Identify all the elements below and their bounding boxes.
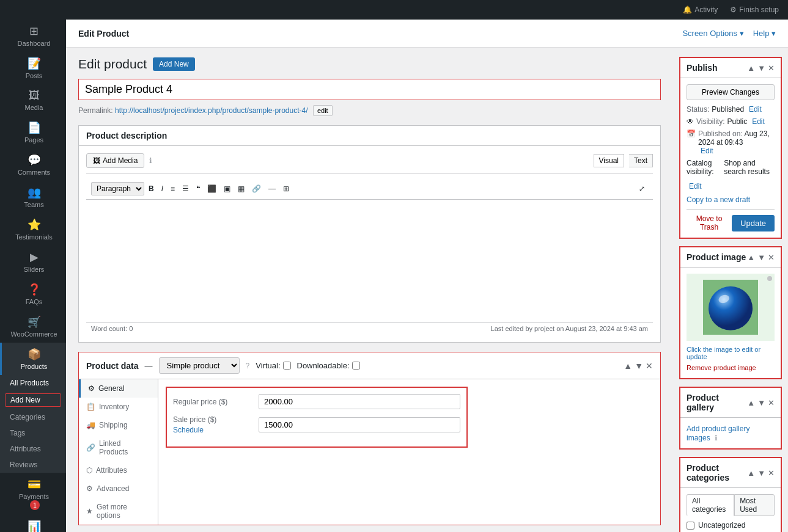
collapse-down-icon[interactable]: ▼ — [635, 361, 643, 371]
update-button[interactable]: Update — [732, 215, 775, 231]
regular-price-input[interactable] — [259, 394, 460, 409]
status-label: Status: — [687, 105, 709, 114]
preview-changes-button[interactable]: Preview Changes — [687, 84, 775, 100]
link-button[interactable]: 🔗 — [249, 183, 264, 195]
product-data-metabox: Product data — Simple product Variable p… — [78, 352, 661, 525]
virtual-checkbox[interactable] — [283, 362, 291, 370]
cat-up-icon[interactable]: ▲ — [747, 468, 755, 478]
sidebar-item-sliders[interactable]: ▶ Sliders — [0, 246, 66, 278]
add-gallery-images-link[interactable]: Add product gallery images — [687, 425, 749, 442]
product-image[interactable] — [687, 274, 775, 341]
tab-shipping[interactable]: 🚚 Shipping — [79, 416, 158, 434]
sidebar-subitem-reviews[interactable]: Reviews — [0, 457, 66, 473]
add-media-icon: 🖼 — [93, 156, 100, 165]
permalink-url[interactable]: http://localhost/project/index.php/produ… — [115, 106, 308, 115]
product-image-metabox: Product image ▲ ▼ ✕ — [679, 246, 782, 379]
bold-button[interactable]: B — [145, 183, 157, 195]
copy-draft-button[interactable]: Copy to a new draft — [687, 195, 750, 204]
sliders-icon: ▶ — [30, 250, 39, 264]
cat-down-icon[interactable]: ▼ — [757, 468, 765, 478]
screen-options-button[interactable]: Screen Options — [682, 29, 743, 38]
sidebar-item-teams[interactable]: 👥 Teams — [0, 181, 66, 213]
sidebar-item-analytics[interactable]: 📊 Analytics — [0, 515, 66, 532]
sale-price-input[interactable] — [259, 417, 460, 432]
sidebar-subitem-categories[interactable]: Categories — [0, 409, 66, 425]
sidebar-subitem-all-products[interactable]: All Products — [0, 375, 66, 391]
tab-inventory[interactable]: 📋 Inventory — [79, 398, 158, 416]
close-metabox-icon[interactable]: ✕ — [646, 361, 653, 371]
tab-linked-products[interactable]: 🔗 Linked Products — [79, 434, 158, 461]
align-center-button[interactable]: ▣ — [221, 183, 234, 195]
collapse-up-icon[interactable]: ▲ — [624, 361, 632, 371]
edit-visibility-link[interactable]: Edit — [752, 117, 765, 126]
downloadable-checkbox[interactable] — [352, 362, 360, 370]
img-close-icon[interactable]: ✕ — [768, 253, 775, 262]
sidebar-item-woocommerce[interactable]: 🛒 WooCommerce — [0, 310, 66, 343]
most-used-tab[interactable]: Most Used — [734, 494, 775, 516]
sidebar-item-pages[interactable]: 📄 Pages — [0, 116, 66, 148]
sidebar-item-dashboard[interactable]: ⊞ Dashboard — [0, 20, 66, 52]
edit-catalog-link[interactable]: Edit — [689, 182, 702, 191]
activity-button[interactable]: 🔔 Activity — [683, 5, 718, 14]
add-new-button[interactable]: Add New — [153, 57, 195, 71]
sidebar-subitem-add-new[interactable]: Add New — [5, 393, 61, 407]
align-right-button[interactable]: ▦ — [235, 183, 248, 195]
tab-get-more[interactable]: ★ Get more options — [79, 498, 158, 525]
fullscreen-button[interactable]: ⤢ — [636, 183, 648, 195]
posts-icon: 📝 — [28, 57, 41, 70]
img-down-icon[interactable]: ▼ — [757, 253, 765, 262]
edit-status-link[interactable]: Edit — [749, 105, 762, 114]
product-type-select[interactable]: Simple product Variable product — [159, 357, 240, 374]
visual-tab-button[interactable]: Visual — [594, 154, 624, 167]
publish-close-icon[interactable]: ✕ — [768, 64, 775, 73]
add-media-button[interactable]: 🖼 Add Media — [86, 153, 144, 168]
product-description-header[interactable]: Product description — [79, 126, 660, 146]
blockquote-button[interactable]: ❝ — [193, 183, 203, 195]
product-image-container[interactable] — [687, 274, 775, 341]
horizontal-rule-button[interactable]: — — [265, 183, 279, 195]
sidebar-item-testimonials[interactable]: ⭐ Testimonials — [0, 213, 66, 246]
page-title: Edit product — [78, 57, 147, 71]
product-title-input[interactable] — [78, 79, 661, 100]
cat-close-icon[interactable]: ✕ — [768, 468, 775, 478]
gallery-close-icon[interactable]: ✕ — [768, 398, 775, 407]
regular-price-row: Regular price ($) — [173, 394, 460, 409]
edit-date-link[interactable]: Edit — [701, 147, 713, 155]
cat-checkbox-uncategorized[interactable] — [687, 522, 694, 530]
sidebar-item-comments[interactable]: 💬 Comments — [0, 148, 66, 181]
sidebar-item-products[interactable]: 📦 Products — [0, 343, 66, 375]
sidebar-item-posts[interactable]: 📝 Posts — [0, 52, 66, 84]
align-left-button[interactable]: ⬛ — [204, 183, 219, 195]
paragraph-select[interactable]: Paragraph — [91, 182, 144, 195]
sidebar-item-media[interactable]: 🖼 Media — [0, 84, 66, 116]
tab-advanced[interactable]: ⚙ Advanced — [79, 479, 158, 498]
publish-up-icon[interactable]: ▲ — [747, 64, 755, 73]
img-up-icon[interactable]: ▲ — [747, 253, 755, 262]
tab-attributes[interactable]: ⬡ Attributes — [79, 461, 158, 479]
description-editor[interactable] — [86, 200, 653, 322]
all-categories-tab[interactable]: All categories — [687, 494, 734, 516]
publish-down-icon[interactable]: ▼ — [757, 64, 765, 73]
ol-button[interactable]: ☰ — [179, 183, 192, 195]
last-edited: Last edited by project on August 23, 202… — [491, 325, 648, 332]
sidebar-subitem-tags[interactable]: Tags — [0, 425, 66, 441]
schedule-link[interactable]: Schedule — [173, 426, 259, 434]
gallery-down-icon[interactable]: ▼ — [757, 398, 765, 407]
finish-setup-button[interactable]: ⚙ Finish setup — [730, 5, 779, 14]
gallery-up-icon[interactable]: ▲ — [747, 398, 755, 407]
ul-button[interactable]: ≡ — [168, 183, 178, 195]
italic-button[interactable]: I — [158, 183, 166, 195]
remove-product-image-button[interactable]: Remove product image — [687, 364, 756, 371]
payments-icon: 💳 — [28, 478, 41, 491]
click-to-edit-text[interactable]: Click the image to edit or update — [687, 346, 775, 360]
help-button[interactable]: Help — [753, 29, 776, 38]
table-button[interactable]: ⊞ — [280, 183, 292, 195]
sidebar-subitem-attributes[interactable]: Attributes — [0, 441, 66, 457]
sidebar-item-faqs[interactable]: ❓ FAQs — [0, 278, 66, 310]
permalink-edit-button[interactable]: edit — [313, 105, 333, 116]
tab-general[interactable]: ⚙ General — [79, 379, 158, 398]
move-to-trash-button[interactable]: Move to Trash — [687, 214, 732, 231]
description-info-icon: ℹ — [149, 156, 152, 165]
sidebar-item-payments[interactable]: 💳 Payments 1 — [0, 473, 66, 515]
text-tab-button[interactable]: Text — [629, 154, 653, 167]
